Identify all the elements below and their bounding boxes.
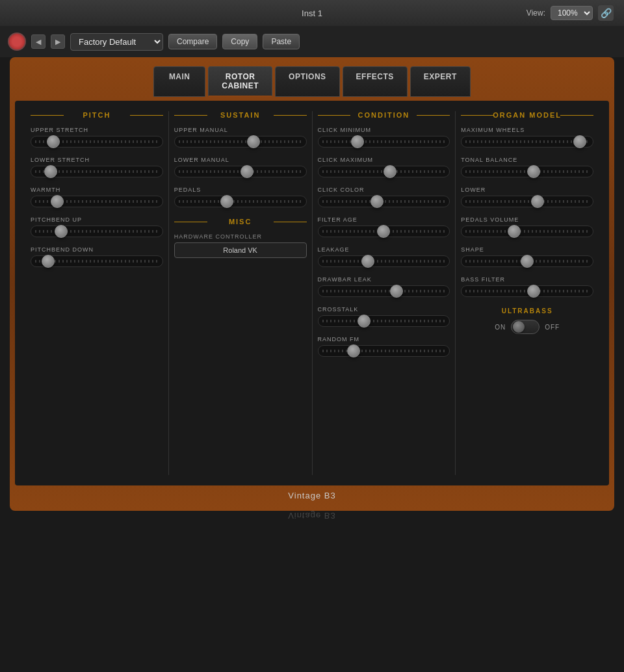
pedals-row: PEDALS	[174, 187, 307, 207]
click-color-thumb[interactable]	[370, 195, 384, 208]
pedals-volume-thumb[interactable]	[508, 225, 521, 238]
max-wheels-thumb[interactable]	[573, 135, 586, 148]
upper-manual-track[interactable]	[174, 136, 307, 148]
lower-stretch-track[interactable]	[31, 166, 163, 177]
shape-row: SHAPE	[461, 246, 593, 267]
crosstalk-row: CROSSTALK	[318, 306, 450, 327]
click-color-track[interactable]	[318, 196, 450, 207]
random-fm-row: RANDOM FM	[318, 336, 450, 357]
bass-filter-row: BASS FILTER	[461, 276, 593, 297]
drawbar-leak-track[interactable]	[318, 285, 450, 297]
condition-column: CONDITION CLICK MINIMUM CLICK MAXIMUM	[313, 111, 456, 475]
click-color-label: CLICK COLOR	[318, 187, 450, 193]
tab-options[interactable]: OPTIONS	[275, 66, 340, 97]
ultrabass-label: ULTRABASS	[461, 307, 593, 315]
condition-header: CONDITION	[318, 111, 450, 119]
lower-stretch-thumb[interactable]	[44, 165, 57, 178]
hw-controller-label: HARDWARE CONTROLLER	[174, 233, 307, 240]
pitchbend-down-track[interactable]	[31, 255, 163, 267]
pitchbend-up-thumb[interactable]	[55, 225, 68, 238]
upper-manual-label: UPPER MANUAL	[174, 127, 307, 133]
title-bar-right: View: 100% 75% 125% 🔗	[526, 5, 614, 21]
random-fm-thumb[interactable]	[347, 344, 360, 357]
bass-filter-thumb[interactable]	[527, 285, 540, 298]
crosstalk-thumb[interactable]	[358, 315, 370, 328]
lower-thumb[interactable]	[531, 195, 544, 208]
tab-expert[interactable]: EXPERT	[410, 66, 471, 97]
ultrabass-toggle[interactable]	[511, 320, 540, 334]
lower-track[interactable]	[461, 196, 593, 207]
pitchbend-up-row: PITCHBEND UP	[31, 216, 163, 237]
crosstalk-label: CROSSTALK	[318, 306, 450, 313]
view-select[interactable]: 100% 75% 125%	[551, 6, 593, 20]
pitchbend-up-label: PITCHBEND UP	[31, 216, 163, 223]
window-title: Inst 1	[302, 8, 322, 18]
click-maximum-thumb[interactable]	[384, 165, 396, 178]
lower-manual-track[interactable]	[174, 166, 307, 177]
leakage-track[interactable]	[318, 255, 450, 267]
pedals-volume-label: PEDALS VOLUME	[461, 216, 593, 223]
bass-filter-label: BASS FILTER	[461, 276, 593, 283]
pitchbend-down-thumb[interactable]	[42, 255, 55, 268]
link-icon[interactable]: 🔗	[598, 5, 614, 21]
ultrabass-toggle-knob	[513, 321, 525, 333]
click-color-row: CLICK COLOR	[318, 187, 450, 207]
max-wheels-track[interactable]	[461, 136, 593, 148]
title-bar: Inst 1 View: 100% 75% 125% 🔗	[0, 0, 624, 26]
warmth-row: WARMTH	[31, 187, 163, 207]
shape-track[interactable]	[461, 255, 593, 267]
upper-stretch-label: UPPER STRETCH	[31, 127, 163, 133]
tab-rotor-cabinet[interactable]: ROTORCABINET	[208, 66, 272, 97]
upper-stretch-row: UPPER STRETCH	[31, 127, 163, 148]
lower-manual-row: LOWER MANUAL	[174, 157, 307, 177]
click-minimum-label: CLICK MINIMUM	[318, 127, 450, 133]
plugin-frame: MAIN ROTORCABINET OPTIONS EFFECTS EXPERT…	[10, 57, 614, 511]
warmth-track[interactable]	[31, 196, 163, 207]
pitchbend-up-track[interactable]	[31, 226, 163, 237]
hw-controller-dropdown[interactable]: Roland VK	[174, 242, 307, 258]
pedals-thumb[interactable]	[220, 195, 233, 208]
ultrabass-toggle-row: ON OFF	[461, 320, 593, 334]
copy-button[interactable]: Copy	[222, 34, 257, 49]
lower-label: LOWER	[461, 187, 593, 193]
tab-main[interactable]: MAIN	[153, 66, 205, 97]
preset-select[interactable]: Factory Default	[70, 33, 163, 51]
upper-manual-row: UPPER MANUAL	[174, 127, 307, 148]
click-minimum-thumb[interactable]	[351, 135, 364, 148]
tonal-balance-track[interactable]	[461, 166, 593, 177]
bass-filter-track[interactable]	[461, 285, 593, 297]
warmth-label: WARMTH	[31, 187, 163, 193]
pedals-label: PEDALS	[174, 187, 307, 193]
compare-button[interactable]: Compare	[168, 34, 217, 49]
click-minimum-track[interactable]	[318, 136, 450, 148]
shape-thumb[interactable]	[521, 255, 534, 268]
random-fm-track[interactable]	[318, 345, 450, 357]
leakage-thumb[interactable]	[361, 255, 374, 268]
paste-button[interactable]: Paste	[263, 34, 300, 49]
filter-age-label: FILTER AGE	[318, 216, 450, 223]
filter-age-thumb[interactable]	[377, 225, 390, 238]
lower-row: LOWER	[461, 187, 593, 207]
tab-effects[interactable]: EFFECTS	[343, 66, 408, 97]
lower-manual-thumb[interactable]	[240, 165, 254, 178]
upper-stretch-thumb[interactable]	[47, 135, 60, 148]
pitchbend-down-row: PITCHBEND DOWN	[31, 246, 163, 267]
drawbar-leak-label: DRAWBAR LEAK	[318, 276, 450, 283]
next-button[interactable]: ▶	[51, 34, 65, 49]
tonal-balance-thumb[interactable]	[527, 165, 540, 178]
prev-button[interactable]: ◀	[31, 34, 46, 49]
upper-stretch-track[interactable]	[31, 136, 163, 148]
pedals-volume-track[interactable]	[461, 226, 593, 237]
max-wheels-label: MAXIMUM WHEELS	[461, 127, 593, 133]
crosstalk-track[interactable]	[318, 315, 450, 327]
drawbar-leak-thumb[interactable]	[390, 285, 403, 298]
warmth-thumb[interactable]	[51, 195, 64, 208]
power-button[interactable]	[8, 32, 26, 51]
click-maximum-track[interactable]	[318, 166, 450, 177]
pedals-track[interactable]	[174, 196, 307, 207]
pitchbend-down-label: PITCHBEND DOWN	[31, 246, 163, 253]
upper-manual-thumb[interactable]	[247, 135, 260, 148]
organ-model-header: ORGAN MODEL	[461, 111, 593, 119]
filter-age-track[interactable]	[318, 226, 450, 237]
misc-section: MISC HARDWARE CONTROLLER Roland VK	[174, 218, 307, 258]
